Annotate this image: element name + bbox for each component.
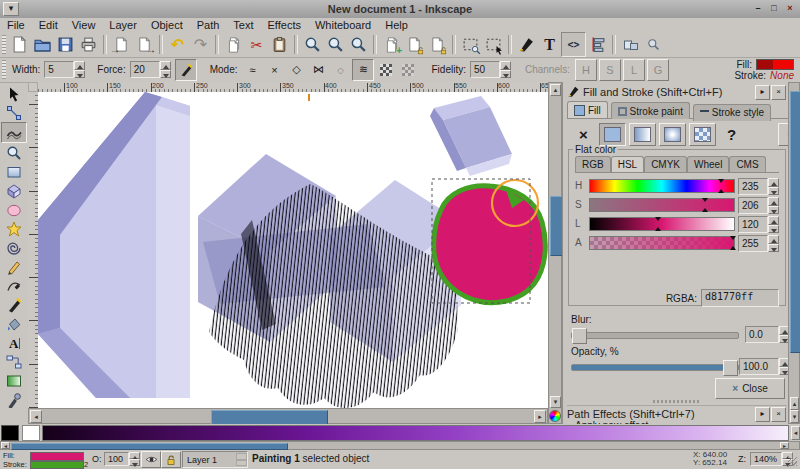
hscroll-thumb[interactable] [211, 410, 328, 425]
palette-gradient-strip[interactable] [42, 425, 789, 441]
status-stroke-swatch[interactable] [30, 461, 84, 469]
mode-roughen-icon[interactable]: ⋈ [308, 60, 328, 80]
blur-spinbox[interactable]: 0.0 [745, 326, 790, 343]
paint-radial-gradient-button[interactable] [659, 123, 686, 146]
open-document-icon[interactable] [31, 33, 54, 56]
new-document-icon[interactable] [8, 33, 31, 56]
dock-scrollbar[interactable]: ▴ ▾ [788, 82, 800, 424]
tab-cmyk[interactable]: CMYK [644, 156, 687, 172]
alpha-spinbox[interactable]: 255 [738, 235, 779, 252]
tab-stroke-style[interactable]: Stroke style [693, 104, 771, 121]
channel-s-button[interactable]: S [599, 59, 621, 81]
menu-whiteboard[interactable]: Whiteboard [308, 18, 378, 32]
layer-visibility-icon[interactable] [141, 451, 161, 468]
pe-float-icon[interactable]: ▸ [755, 407, 770, 422]
zoom-spinbox[interactable]: 140% [750, 452, 793, 466]
menu-layer[interactable]: Layer [102, 18, 144, 32]
mode-jitter-icon[interactable]: ◌ [330, 60, 350, 80]
dock-scroll-up-icon[interactable]: ▴ [790, 397, 799, 410]
close-dialog-button[interactable]: × Close [715, 378, 785, 399]
tool-selector[interactable] [2, 84, 26, 103]
fill-color-swatch[interactable] [756, 59, 794, 70]
window-resize-grip[interactable] [788, 457, 797, 466]
channel-h-button[interactable]: H [575, 59, 597, 81]
canvas-hscrollbar[interactable]: ◂ ▸ [28, 408, 548, 424]
paint-pattern-button[interactable] [689, 123, 716, 146]
dock-close-icon[interactable]: × [771, 85, 786, 100]
tool-spiral[interactable] [2, 238, 26, 257]
mode-paint-icon[interactable]: ≋ [352, 59, 374, 81]
lightness-slider[interactable] [589, 217, 735, 231]
select-original-icon[interactable] [482, 33, 505, 56]
tab-hsl[interactable]: HSL [611, 156, 644, 172]
paint-none-button[interactable]: × [571, 124, 596, 145]
vertical-ruler[interactable] [28, 92, 38, 408]
tool-gradient[interactable] [2, 371, 26, 390]
tool-dropper[interactable] [2, 390, 26, 409]
undo-icon[interactable]: ↶ [166, 33, 189, 56]
palette-scroll-left-icon[interactable]: ◂ [791, 426, 800, 440]
export-icon[interactable]: → [133, 33, 156, 56]
opacity-status-spinbox[interactable]: 100 [104, 452, 140, 466]
duplicate-icon[interactable]: + [380, 33, 403, 56]
dock-scroll-down-icon[interactable]: ▾ [790, 410, 799, 423]
tool-pencil[interactable] [2, 257, 26, 276]
dock-float-icon[interactable]: ▸ [755, 85, 770, 100]
palette-sb-thumb[interactable] [11, 443, 288, 450]
rgba-entry[interactable]: d81770ff [701, 289, 779, 307]
lightness-spinbox[interactable]: 120 [738, 216, 779, 233]
menu-object[interactable]: Object [144, 18, 190, 32]
redo-icon[interactable]: ↷ [189, 33, 212, 56]
scroll-right-icon[interactable]: ▸ [534, 410, 546, 423]
hue-slider[interactable] [589, 179, 735, 193]
fill-stroke-dialog-icon[interactable] [515, 33, 538, 56]
dock-scroll-thumb[interactable] [790, 91, 800, 353]
dock-resize-handle[interactable] [653, 400, 699, 403]
horizontal-ruler[interactable]: 100150 200250 300350 400450 500550 60065… [38, 82, 548, 92]
canvas[interactable] [38, 92, 548, 408]
tool-star[interactable] [2, 219, 26, 238]
palette-swatch-white[interactable] [22, 425, 40, 441]
mode-shrink-grow-icon[interactable]: × [264, 60, 284, 80]
tool-rectangle[interactable] [2, 162, 26, 181]
blur-slider[interactable] [571, 332, 739, 339]
scroll-down-icon[interactable]: ▾ [550, 396, 561, 408]
swatches-dialog-icon[interactable] [619, 33, 642, 56]
toolbar-grip[interactable] [2, 60, 6, 79]
palette-swatch-black[interactable] [1, 425, 19, 441]
mode-attract-repel-icon[interactable]: ◇ [286, 60, 306, 80]
canvas-vscrollbar[interactable]: ▴ ▾ [548, 82, 562, 424]
layer-lock-icon[interactable] [161, 451, 181, 468]
copy-icon[interactable] [222, 33, 245, 56]
scroll-up-icon[interactable]: ▴ [550, 84, 561, 96]
print-icon[interactable] [77, 33, 100, 56]
scroll-left-icon[interactable]: ◂ [30, 410, 42, 423]
tool-connector[interactable] [2, 352, 26, 371]
stroke-none-value[interactable]: None [770, 70, 794, 81]
tab-wheel[interactable]: Wheel [687, 156, 729, 172]
force-spinbox[interactable]: 20 [130, 61, 171, 78]
hue-spinbox[interactable]: 235 [738, 178, 779, 195]
tool-calligraphy[interactable] [2, 295, 26, 314]
color-managed-view-icon[interactable] [548, 408, 562, 424]
saturation-slider[interactable] [589, 198, 735, 212]
mode-push-icon[interactable]: ≈ [242, 60, 262, 80]
tool-text[interactable] [2, 333, 26, 352]
create-clone-icon[interactable] [403, 33, 426, 56]
tool-bezier-pen[interactable] [2, 276, 26, 295]
palette-scrollbar[interactable]: ◂ ▸ [0, 441, 800, 450]
icon-preview-icon[interactable] [642, 33, 665, 56]
align-dialog-icon[interactable] [586, 33, 609, 56]
paint-flat-button[interactable] [599, 123, 626, 146]
text-dialog-icon[interactable]: T [538, 33, 561, 56]
menu-view[interactable]: View [65, 18, 103, 32]
menu-help[interactable]: Help [378, 18, 415, 32]
use-pressure-toggle[interactable] [175, 59, 197, 81]
tool-3dbox[interactable] [2, 181, 26, 200]
cut-icon[interactable]: ✂ [245, 33, 268, 56]
menu-edit[interactable]: Edit [32, 18, 65, 32]
tool-node-editor[interactable] [2, 103, 26, 122]
tool-paint-bucket[interactable] [2, 314, 26, 333]
paint-unknown-button[interactable]: ? [719, 124, 744, 145]
menu-effects[interactable]: Effects [261, 18, 308, 32]
